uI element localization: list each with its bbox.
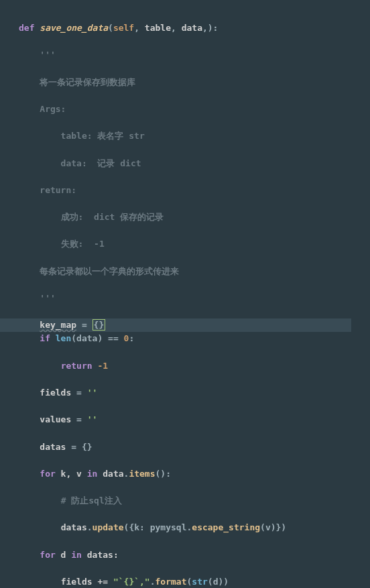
code-editor[interactable]: def save_one_data(self, table, data,): '… (0, 8, 370, 588)
code-line: return -1 (19, 359, 370, 373)
code-line: fields = '' (19, 386, 370, 400)
code-line: 将一条记录保存到数据库 (19, 76, 370, 89)
function-name: save_one_data (40, 23, 108, 33)
code-line: def save_one_data(self, table, data,): (19, 21, 370, 35)
code-line: ''' (19, 48, 370, 62)
cursor: {} (92, 319, 106, 331)
code-line: ''' (19, 292, 370, 305)
code-line: for k, v in data.items(): (19, 467, 370, 481)
code-line: # 防止sql注入 (19, 494, 370, 508)
code-line: 成功: dict 保存的记录 (19, 211, 370, 224)
code-line: 每条记录都以一个字典的形式传进来 (19, 265, 370, 278)
code-line: for d in datas: (19, 548, 370, 562)
code-line: datas = {} (19, 440, 370, 454)
code-line: return: (19, 184, 370, 197)
code-line: datas.update({k: pymysql.escape_string(v… (19, 521, 370, 534)
var-keymap: key_map (40, 320, 76, 330)
code-line: fields += "`{}`,".format(str(d)) (19, 575, 370, 588)
code-line: 失败: -1 (19, 237, 370, 251)
code-line: if len(data) == 0: (19, 332, 370, 345)
keyword-def: def (19, 23, 34, 33)
active-line: key_map = {} (0, 318, 351, 332)
code-line: Args: (19, 103, 370, 116)
code-line: data: 记录 dict (19, 157, 370, 170)
code-line: table: 表名字 str (19, 129, 370, 143)
code-line: values = '' (19, 413, 370, 426)
